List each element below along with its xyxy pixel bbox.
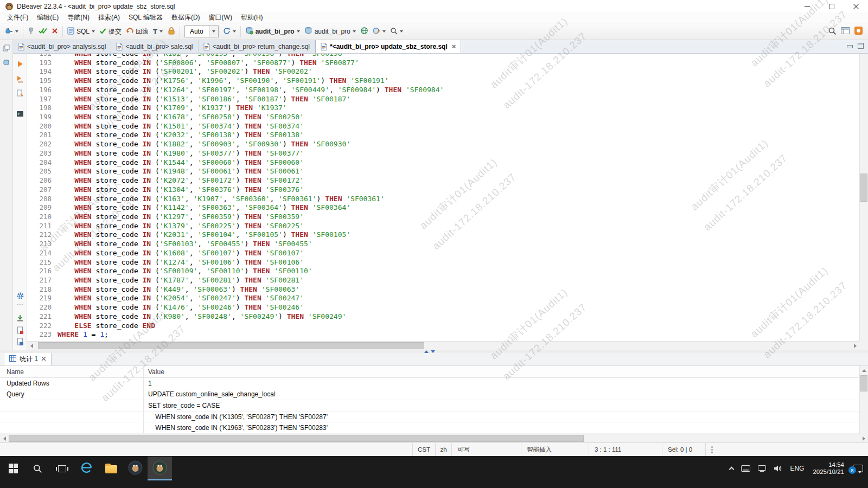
line-number: 217 [27, 276, 58, 285]
result-value-cell: UPDATE custom_online_sale_change_local [144, 389, 859, 400]
internet-explorer-button[interactable] [74, 457, 99, 480]
refresh-button[interactable] [221, 25, 238, 38]
editor-tab[interactable]: <audit_bi_pro> sale.sql [111, 40, 198, 53]
task-view-button[interactable] [50, 457, 74, 480]
dbeaver-store-button[interactable] [852, 24, 865, 38]
restore-view-icon[interactable] [3, 44, 10, 54]
perspective-button[interactable] [839, 25, 852, 37]
sash-grip-icon[interactable] [424, 350, 435, 353]
status-selection: Sel: 0 | 0 [662, 443, 705, 456]
dbeaver-taskbar-button-active[interactable] [148, 457, 172, 480]
editor-vertical-scrollbar[interactable] [859, 54, 868, 341]
menu-item[interactable]: 窗口(W) [205, 12, 237, 23]
rollback-button[interactable]: 回滚 [124, 25, 151, 38]
language-indicator[interactable]: ENG [786, 457, 808, 480]
results-col-name[interactable]: Name [0, 366, 144, 377]
autocommit-combo[interactable]: Auto [184, 25, 219, 37]
sql-editor[interactable]: 192 WHEN store_code IN ('K162', 'SF00195… [27, 54, 859, 341]
search-objects-button[interactable] [388, 25, 405, 38]
save-script-button[interactable] [16, 338, 24, 345]
combo-arrow[interactable] [209, 26, 218, 37]
line-number: 211 [27, 222, 58, 231]
maximize-button[interactable] [819, 0, 844, 12]
sql-console-button[interactable] [16, 110, 24, 118]
scroll-left-icon[interactable] [0, 434, 9, 443]
display-tray-button[interactable] [754, 457, 770, 480]
dbeaver-taskbar-button[interactable] [123, 457, 148, 480]
panel-sash[interactable] [0, 350, 868, 353]
scrollbar-thumb[interactable] [860, 174, 867, 202]
code-text: WHEN store_code IN ('K1882', 'SF00903', … [58, 140, 350, 149]
results-horizontal-scrollbar[interactable] [0, 434, 868, 442]
navigator-sync-button[interactable] [358, 25, 371, 38]
tab-label: *<audit_bi_pro> update_sbz_store.sql [330, 43, 448, 50]
tab-close-icon[interactable] [41, 355, 46, 363]
result-row[interactable]: WHEN store_code IN ('K1963', 'SF00283') … [0, 422, 859, 434]
open-connection-button[interactable] [3, 25, 21, 38]
minimize-button[interactable] [795, 0, 819, 12]
code-line: 201 WHEN store_code IN ('K2032', 'SF0013… [27, 131, 859, 140]
settings-gear-icon[interactable] [16, 292, 24, 300]
scroll-left-icon[interactable] [27, 342, 36, 350]
menu-item[interactable]: 编辑(E) [33, 12, 63, 23]
volume-button[interactable] [770, 457, 786, 480]
show-hidden-icons-button[interactable] [726, 457, 737, 480]
menu-item[interactable]: 文件(F) [3, 12, 33, 23]
database-tasks-button[interactable] [371, 25, 388, 38]
menu-item[interactable]: SQL 编辑器 [124, 12, 167, 23]
transaction-log-button[interactable]: T [151, 26, 165, 37]
schema-combo[interactable]: audit_bi_pro [302, 25, 358, 38]
scroll-up-icon[interactable] [860, 366, 868, 375]
output-log-button[interactable] [16, 326, 24, 334]
database-navigator-icon[interactable] [3, 59, 10, 68]
scrollbar-thumb[interactable] [38, 342, 424, 349]
results-col-value[interactable]: Value [144, 366, 859, 377]
scroll-right-icon[interactable] [859, 434, 868, 443]
start-button[interactable] [1, 457, 25, 480]
dbeaver-app-icon [5, 2, 14, 11]
execute-new-tab-button[interactable] [16, 89, 24, 97]
editor-horizontal-scrollbar[interactable] [27, 341, 859, 350]
sql-menu-button[interactable]: SQL [65, 25, 97, 38]
scroll-right-icon[interactable] [851, 342, 859, 350]
action-center-button[interactable]: 8 [849, 457, 867, 480]
editor-tab[interactable]: *<audit_bi_pro> update_sbz_store.sql× [315, 40, 461, 53]
menu-item[interactable]: 数据库(D) [167, 12, 205, 23]
editor-tab[interactable]: <audit_bi_pro> return_change.sql [199, 40, 315, 53]
taskbar-search-button[interactable] [25, 457, 50, 480]
window-title: DBeaver 22.3.4 - <audit_bi_pro> update_s… [17, 3, 175, 10]
minimize-view-icon[interactable] [847, 43, 853, 49]
commit-button[interactable]: 提交 [97, 25, 124, 38]
result-row[interactable]: SET store_code = CASE [0, 400, 859, 412]
scrollbar-thumb[interactable] [860, 375, 867, 391]
execute-statement-button[interactable] [16, 60, 24, 68]
editor-tab[interactable]: <audit_bi_pro> analysis.sql [13, 40, 111, 53]
pin-editor-button[interactable] [25, 25, 36, 38]
execute-script-button[interactable] [16, 75, 24, 83]
global-search-button[interactable] [826, 25, 839, 38]
connection-combo[interactable]: audit_bi_pro [243, 25, 302, 38]
result-row[interactable]: QueryUPDATE custom_online_sale_change_lo… [0, 389, 859, 401]
statistics-tab[interactable]: 统计 1 [4, 352, 52, 365]
close-button[interactable] [844, 0, 868, 12]
lock-button[interactable] [165, 25, 177, 38]
scrollbar-thumb[interactable] [9, 435, 584, 442]
line-number: 205 [27, 167, 58, 176]
dbeaver-window: DBeaver 22.3.4 - <audit_bi_pro> update_s… [0, 0, 868, 488]
menu-item[interactable]: 导航(N) [63, 12, 94, 23]
connect-button[interactable] [36, 25, 49, 37]
menu-item[interactable]: 帮助(H) [237, 12, 267, 23]
code-line: 217 WHEN store_code IN ('K1787', 'SF0028… [27, 276, 859, 285]
touch-keyboard-button[interactable] [737, 457, 754, 480]
status-caret-position[interactable]: 3 : 1 : 111 [589, 443, 662, 456]
menu-item[interactable]: 搜索(A) [94, 12, 124, 23]
tab-close-icon[interactable]: × [452, 43, 456, 50]
result-row[interactable]: Updated Rows1 [0, 378, 859, 389]
results-vertical-scrollbar[interactable] [859, 366, 868, 434]
export-data-button[interactable] [16, 314, 24, 322]
disconnect-button[interactable] [49, 26, 60, 37]
taskbar-clock[interactable]: 14:54 2025/10/21 [808, 461, 849, 476]
maximize-view-icon[interactable] [858, 43, 864, 49]
result-row[interactable]: WHEN store_code IN ('K1305', 'SF00287') … [0, 412, 859, 423]
file-explorer-button[interactable] [99, 457, 123, 480]
